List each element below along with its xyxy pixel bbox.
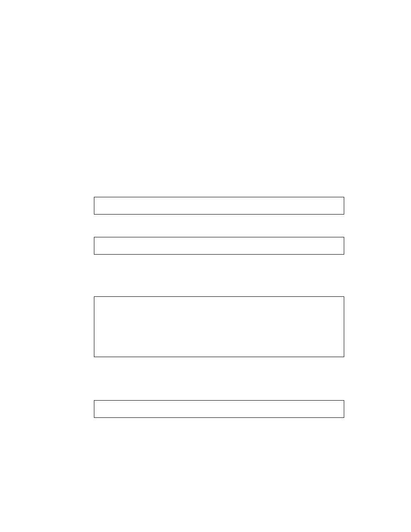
input-box-3[interactable] [94,400,344,418]
textarea-box-1[interactable] [94,296,344,357]
input-box-1[interactable] [94,197,344,215]
input-box-2[interactable] [94,237,344,255]
